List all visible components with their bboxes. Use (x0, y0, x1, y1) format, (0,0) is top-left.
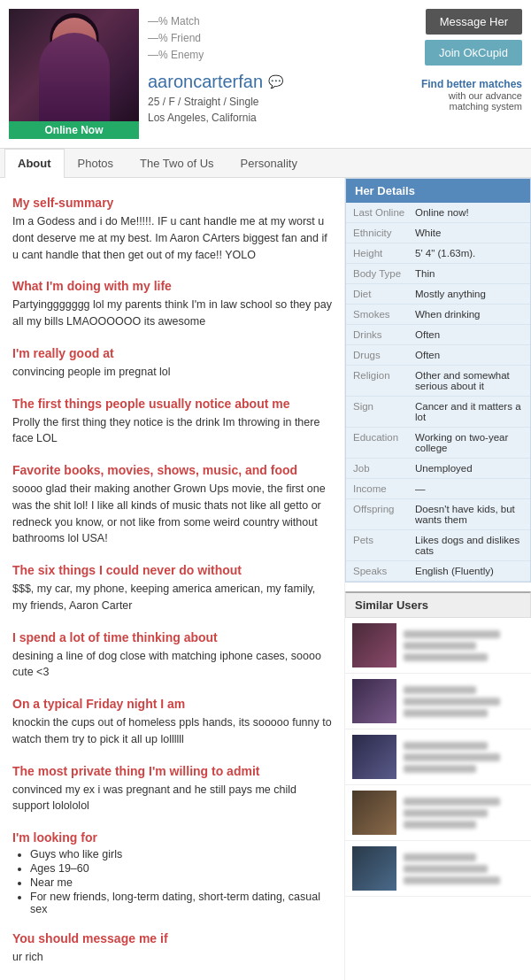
list-item: Near me (30, 876, 332, 889)
join-button[interactable]: Join OkCupid (425, 40, 522, 66)
detail-label: Sign (353, 401, 415, 422)
profile-photo-wrap: Online Now (9, 9, 139, 139)
blur-bar (404, 709, 488, 717)
detail-row: ReligionOther and somewhat serious about… (346, 366, 530, 397)
similar-user-item[interactable] (345, 674, 531, 729)
tabs: About Photos The Two of Us Personality (0, 149, 531, 178)
blur-bar (404, 698, 500, 706)
details-rows: Last OnlineOnline now!EthnicityWhiteHeig… (346, 203, 530, 582)
friday-body: knockin the cups out of homeless ppls ha… (12, 714, 332, 748)
enemy-pct: —% Enemy (148, 47, 407, 64)
match-info: —% Match —% Friend —% Enemy (148, 13, 407, 65)
good-at-heading: I'm really good at (12, 346, 332, 360)
private-heading: The most private thing I'm willing to ad… (12, 764, 332, 778)
detail-value: 5' 4" (1.63m). (415, 248, 523, 259)
detail-label: Drinks (353, 329, 415, 340)
similar-user-item[interactable] (345, 618, 531, 674)
blur-bar (404, 642, 476, 650)
blur-bar (404, 809, 488, 817)
detail-value: White (415, 228, 523, 238)
detail-label: Body Type (353, 268, 415, 279)
detail-row: JobUnemployed (346, 459, 530, 479)
detail-value: Cancer and it matters a lot (415, 401, 523, 422)
her-details-header: Her Details (346, 179, 530, 203)
blur-bar (404, 686, 476, 694)
detail-value: Online now! (415, 207, 523, 218)
blur-bar (404, 865, 488, 873)
similar-user-thumb (352, 735, 396, 779)
friend-pct: —% Friend (148, 30, 407, 47)
detail-row: SmokesWhen drinking (346, 305, 530, 325)
detail-value: Working on two-year college (415, 432, 523, 453)
orientation: Straight (184, 96, 220, 108)
detail-row: SpeaksEnglish (Fluently) (346, 561, 530, 582)
message-heading: You should message me if (12, 931, 332, 945)
detail-value: Other and somewhat serious about it (415, 370, 523, 391)
summary-heading: My self-summary (12, 196, 332, 210)
similar-user-thumb (352, 679, 396, 723)
similar-user-info (404, 798, 524, 829)
detail-value: Mostly anything (415, 289, 523, 299)
similar-user-thumb (352, 623, 396, 667)
similar-user-item[interactable] (345, 841, 531, 897)
friday-heading: On a typical Friday night I am (12, 697, 332, 711)
age: 25 (148, 96, 159, 108)
tab-personality[interactable]: Personality (227, 149, 311, 177)
thinking-body: desining a line of dog close with matchi… (12, 648, 332, 682)
looking-list: Guys who like girls Ages 19–60 Near me F… (12, 848, 332, 915)
detail-row: OffspringDoesn't have kids, but wants th… (346, 499, 530, 530)
detail-label: Religion (353, 370, 415, 391)
username-row: aaroncarterfan 💬 (148, 72, 407, 92)
online-badge: Online Now (9, 121, 139, 139)
detail-value: Doesn't have kids, but wants them (415, 504, 523, 525)
detail-row: Height5' 4" (1.63m). (346, 243, 530, 264)
detail-row: SignCancer and it matters a lot (346, 397, 530, 428)
detail-value: English (Fluently) (415, 566, 523, 576)
doing-body: Partyinggggggg lol my parents think I'm … (12, 297, 332, 330)
detail-row: DrugsOften (346, 345, 530, 366)
message-body: ur rich (12, 949, 332, 966)
six-things-body: $$$, my car, my phone, keeping america a… (12, 581, 332, 614)
find-better-matches: Find better matches with our advance mat… (421, 78, 522, 112)
detail-value: — (415, 483, 523, 494)
tab-about[interactable]: About (4, 149, 65, 178)
detail-row: EthnicityWhite (346, 223, 530, 243)
similar-user-info (404, 742, 524, 773)
left-column: My self-summary Im a Godess and i do Me!… (0, 178, 345, 980)
username[interactable]: aaroncarterfan (148, 72, 263, 92)
blur-bar (404, 753, 500, 761)
detail-row: Body TypeThin (346, 264, 530, 284)
profile-silhouette (9, 9, 139, 139)
similar-user-item[interactable] (345, 729, 531, 785)
profile-info: —% Match —% Friend —% Enemy aaroncarterf… (148, 9, 407, 124)
blur-bar (404, 821, 476, 829)
detail-label: Smokes (353, 309, 415, 320)
detail-value: Likes dogs and dislikes cats (415, 535, 523, 556)
gender: F (168, 96, 174, 108)
similar-user-item[interactable] (345, 785, 531, 841)
similar-user-thumb (352, 846, 396, 891)
detail-value: Often (415, 350, 523, 360)
detail-row: DrinksOften (346, 325, 530, 345)
right-column: Her Details Last OnlineOnline now!Ethnic… (345, 178, 531, 980)
chat-icon: 💬 (268, 74, 283, 89)
detail-value: When drinking (415, 309, 523, 320)
private-body: convinced my ex i was pregnant and he st… (12, 782, 332, 815)
thinking-heading: I spend a lot of time thinking about (12, 630, 332, 644)
blur-bar (404, 653, 488, 661)
similar-user-thumb (352, 791, 396, 835)
detail-row: Income— (346, 479, 530, 499)
detail-row: Last OnlineOnline now! (346, 203, 530, 223)
find-better-sub: with our advance (421, 90, 522, 101)
list-item: Guys who like girls (30, 848, 332, 860)
detail-row: DietMostly anything (346, 284, 530, 305)
tab-photos[interactable]: Photos (65, 149, 127, 177)
location: Los Angeles, California (148, 112, 407, 124)
message-button[interactable]: Message Her (426, 9, 522, 35)
tab-two-of-us[interactable]: The Two of Us (127, 149, 227, 177)
detail-value: Thin (415, 268, 523, 279)
similar-users-header: Similar Users (345, 591, 531, 618)
detail-label: Height (353, 248, 415, 259)
summary-body: Im a Godess and i do Me!!!!!. IF u cant … (12, 213, 332, 263)
blur-bar (404, 630, 500, 638)
